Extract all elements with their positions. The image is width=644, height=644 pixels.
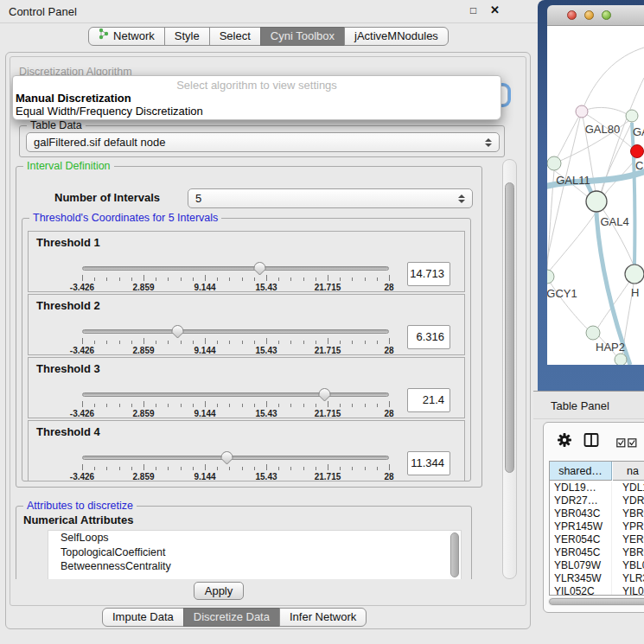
dropdown-option-equal-width-frequency[interactable]: Equal Width/Frequency Discretization xyxy=(16,105,203,118)
attribute-item-betweennesscentrality[interactable]: BetweennessCentrality xyxy=(48,559,461,574)
network-node-gcy1[interactable] xyxy=(547,270,554,284)
table-row[interactable]: YBR043CYBR0 xyxy=(550,507,644,520)
cell-name[interactable]: YDR2 xyxy=(612,494,644,507)
number-of-intervals-spinner[interactable]: 5 xyxy=(188,188,473,208)
slider-thumb[interactable] xyxy=(170,324,185,339)
tab-label: Cyni Toolbox xyxy=(271,28,335,45)
threshold-slider[interactable]: -3.4262.8599.14415.4321.71528 xyxy=(82,263,389,290)
columns-icon[interactable] xyxy=(583,432,599,451)
network-node-gal11[interactable] xyxy=(547,156,561,170)
tick-mark xyxy=(377,277,378,281)
table-row[interactable]: YIL052CYIL0 xyxy=(550,585,644,596)
tick-mark xyxy=(229,277,230,281)
slider-thumb[interactable] xyxy=(220,450,234,465)
table-hscrollbar-thumb[interactable] xyxy=(549,598,644,605)
settings-scrollbar-thumb[interactable] xyxy=(505,182,514,473)
tab-cyni-toolbox[interactable]: Cyni Toolbox xyxy=(260,27,345,46)
slider-track[interactable] xyxy=(82,456,389,460)
network-canvas[interactable]: GAL80GACGAL11GAL4GCY1HHAP2 xyxy=(547,26,644,365)
slider-track[interactable] xyxy=(82,329,389,334)
threshold-value-input[interactable]: 14.713 xyxy=(407,262,450,286)
tab-style[interactable]: Style xyxy=(164,27,210,46)
table-row[interactable]: YLR345WYLR3 xyxy=(550,572,644,585)
threshold-slider[interactable]: -3.4262.8599.14415.4321.71528 xyxy=(82,452,389,480)
cell-name[interactable]: YBL0 xyxy=(612,559,644,572)
dropdown-option-manual-discretization[interactable]: Manual Discretization xyxy=(16,92,131,105)
cell-name[interactable]: YER0 xyxy=(612,533,644,546)
threshold-slider[interactable]: -3.4262.8599.14415.4321.71528 xyxy=(82,389,389,417)
cell-name[interactable]: YBR0 xyxy=(612,507,644,520)
slider-thumb[interactable] xyxy=(252,261,267,276)
zoom-traffic-light[interactable] xyxy=(602,10,611,20)
table-row[interactable]: YER054CYER0 xyxy=(550,533,644,546)
close-traffic-light[interactable] xyxy=(567,10,577,20)
gear-icon[interactable] xyxy=(557,432,572,451)
checkbox-columns-icon[interactable] xyxy=(616,436,637,451)
network-node-gal4[interactable] xyxy=(586,191,607,212)
bottom-tab-strip: Impute DataDiscretize DataInfer Network xyxy=(103,608,367,627)
tab-jactivemnodules[interactable]: jActiveMNodules xyxy=(344,27,449,46)
tick-mark xyxy=(278,341,279,344)
cell-shared-name[interactable]: YBR045C xyxy=(550,546,612,559)
table-data-combo[interactable]: galFiltered.sif default node xyxy=(26,132,500,152)
attributes-scrollbar-thumb[interactable] xyxy=(450,532,459,577)
cell-shared-name[interactable]: YBL079W xyxy=(550,559,612,572)
tab-network[interactable]: Network xyxy=(88,27,165,46)
threshold-slider[interactable]: -3.4262.8599.14415.4321.71528 xyxy=(82,326,389,354)
cell-name[interactable]: YPR1 xyxy=(612,520,644,533)
table-horizontal-scrollbar[interactable] xyxy=(548,597,644,606)
cell-name[interactable]: YIL0 xyxy=(612,585,644,596)
cell-shared-name[interactable]: YPR145W xyxy=(550,520,612,533)
table-row[interactable]: YDR27…YDR2 xyxy=(550,494,644,507)
cell-shared-name[interactable]: YDL19… xyxy=(550,481,612,494)
tick-mark xyxy=(217,467,218,470)
numerical-attributes-list[interactable]: SelfLoopsTopologicalCoefficientBetweenne… xyxy=(48,530,462,579)
tab-infer-network[interactable]: Infer Network xyxy=(279,608,367,627)
slider-thumb[interactable] xyxy=(317,387,332,402)
network-window-titlebar[interactable] xyxy=(547,5,644,26)
threshold-value-input[interactable]: 6.316 xyxy=(407,325,450,349)
number-of-intervals-label: Number of Intervals xyxy=(54,191,160,204)
cell-name[interactable]: YDL1 xyxy=(612,481,644,494)
minimize-traffic-light[interactable] xyxy=(584,10,594,20)
network-node-hap2[interactable] xyxy=(586,326,600,340)
table-header-name[interactable]: na xyxy=(613,462,644,481)
settings-vertical-scrollbar[interactable] xyxy=(502,159,517,579)
attribute-item-topologicalcoefficient[interactable]: TopologicalCoefficient xyxy=(48,545,461,560)
table-row[interactable]: YBR045CYBR0 xyxy=(550,546,644,559)
tick-mark xyxy=(131,341,132,344)
slider-track[interactable] xyxy=(82,266,389,271)
tab-impute-data[interactable]: Impute Data xyxy=(102,608,184,627)
tab-discretize-data[interactable]: Discretize Data xyxy=(183,608,280,627)
table-row[interactable]: YBL079WYBL0 xyxy=(550,559,644,572)
tick-mark xyxy=(119,467,120,470)
network-node-bottom[interactable] xyxy=(615,354,627,365)
cell-shared-name[interactable]: YER054C xyxy=(550,533,612,546)
cell-name[interactable]: YBR0 xyxy=(612,546,644,559)
attribute-item-selfloops[interactable]: SelfLoops xyxy=(48,531,461,545)
threshold-panel-2: Threshold 2-3.4262.8599.14415.4321.71528… xyxy=(28,294,465,355)
cell-shared-name[interactable]: YLR345W xyxy=(550,572,612,585)
cell-name[interactable]: YLR3 xyxy=(612,572,644,585)
close-icon[interactable]: ✕ xyxy=(490,3,500,16)
cell-shared-name[interactable]: YIL052C xyxy=(550,585,612,596)
table-row[interactable]: YPR145WYPR1 xyxy=(550,520,644,533)
float-window-icon[interactable]: □ xyxy=(470,4,476,16)
attributes-list-scrollbar[interactable] xyxy=(450,532,460,579)
table-header-shared-name[interactable]: shared… xyxy=(550,462,612,481)
apply-button[interactable]: Apply xyxy=(194,582,244,600)
network-node-red-selected[interactable] xyxy=(631,145,644,158)
threshold-value-input[interactable]: 11.344 xyxy=(407,451,450,475)
threshold-value-input[interactable]: 21.4 xyxy=(407,388,450,412)
tick-label: -3.426 xyxy=(70,472,94,481)
tab-select[interactable]: Select xyxy=(209,27,261,46)
network-node-gal80[interactable] xyxy=(576,105,588,118)
network-node-right[interactable] xyxy=(625,265,644,284)
node-label-ga: GA xyxy=(633,125,644,138)
table-row[interactable]: YDL19…YDL1 xyxy=(550,481,644,494)
cell-shared-name[interactable]: YDR27… xyxy=(550,494,612,507)
network-view-window: GAL80GACGAL11GAL4GCY1HHAP2 xyxy=(538,0,644,391)
slider-track[interactable] xyxy=(82,392,389,397)
network-node-top-right[interactable] xyxy=(626,110,638,122)
cell-shared-name[interactable]: YBR043C xyxy=(550,507,612,520)
